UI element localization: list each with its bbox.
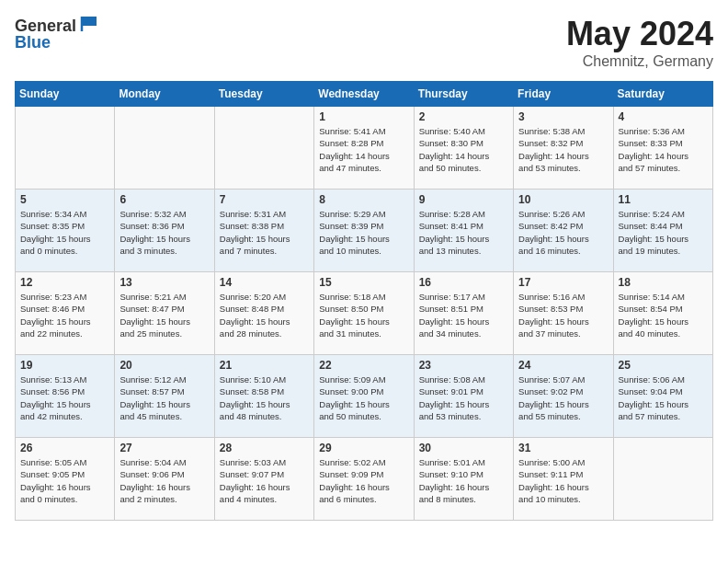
page-header: General Blue May 2024 Chemnitz, Germany	[15, 15, 713, 70]
calendar-week-row: 19Sunrise: 5:13 AM Sunset: 8:56 PM Dayli…	[16, 355, 713, 438]
day-number: 7	[220, 193, 309, 206]
calendar-cell	[16, 107, 115, 190]
calendar-cell: 18Sunrise: 5:14 AM Sunset: 8:54 PM Dayli…	[613, 272, 712, 355]
day-info: Sunrise: 5:17 AM Sunset: 8:51 PM Dayligh…	[419, 291, 508, 339]
calendar-cell: 7Sunrise: 5:31 AM Sunset: 8:38 PM Daylig…	[214, 190, 313, 272]
weekday-header-saturday: Saturday	[613, 82, 712, 107]
calendar-cell: 1Sunrise: 5:41 AM Sunset: 8:28 PM Daylig…	[314, 107, 414, 190]
weekday-header-monday: Monday	[115, 82, 214, 107]
day-info: Sunrise: 5:16 AM Sunset: 8:53 PM Dayligh…	[518, 291, 608, 339]
day-number: 22	[319, 359, 408, 372]
weekday-header-wednesday: Wednesday	[314, 82, 414, 107]
day-info: Sunrise: 5:04 AM Sunset: 9:06 PM Dayligh…	[119, 456, 209, 505]
day-info: Sunrise: 5:29 AM Sunset: 8:39 PM Dayligh…	[319, 208, 408, 257]
day-number: 5	[20, 193, 109, 206]
day-info: Sunrise: 5:01 AM Sunset: 9:10 PM Dayligh…	[419, 456, 508, 505]
calendar-cell: 5Sunrise: 5:34 AM Sunset: 8:35 PM Daylig…	[16, 190, 115, 272]
calendar-week-row: 1Sunrise: 5:41 AM Sunset: 8:28 PM Daylig…	[16, 107, 713, 190]
calendar-cell: 27Sunrise: 5:04 AM Sunset: 9:06 PM Dayli…	[115, 438, 214, 521]
day-info: Sunrise: 5:18 AM Sunset: 8:50 PM Dayligh…	[319, 291, 408, 339]
day-info: Sunrise: 5:13 AM Sunset: 8:56 PM Dayligh…	[20, 373, 109, 422]
calendar-cell: 4Sunrise: 5:36 AM Sunset: 8:33 PM Daylig…	[613, 107, 712, 190]
calendar-cell: 22Sunrise: 5:09 AM Sunset: 9:00 PM Dayli…	[314, 355, 414, 438]
calendar-cell	[613, 438, 712, 521]
day-info: Sunrise: 5:06 AM Sunset: 9:04 PM Dayligh…	[619, 373, 708, 422]
calendar-cell: 14Sunrise: 5:20 AM Sunset: 8:48 PM Dayli…	[214, 272, 313, 355]
day-info: Sunrise: 5:20 AM Sunset: 8:48 PM Dayligh…	[220, 291, 309, 339]
calendar-cell: 16Sunrise: 5:17 AM Sunset: 8:51 PM Dayli…	[414, 272, 513, 355]
weekday-header-tuesday: Tuesday	[214, 82, 313, 107]
day-info: Sunrise: 5:05 AM Sunset: 9:05 PM Dayligh…	[20, 456, 109, 505]
day-info: Sunrise: 5:00 AM Sunset: 9:11 PM Dayligh…	[518, 456, 608, 505]
day-info: Sunrise: 5:36 AM Sunset: 8:33 PM Dayligh…	[619, 125, 708, 174]
day-info: Sunrise: 5:14 AM Sunset: 8:54 PM Dayligh…	[619, 291, 708, 339]
day-number: 2	[419, 110, 508, 123]
day-info: Sunrise: 5:34 AM Sunset: 8:35 PM Dayligh…	[20, 208, 109, 257]
day-number: 18	[619, 276, 708, 289]
calendar-cell: 24Sunrise: 5:07 AM Sunset: 9:02 PM Dayli…	[514, 355, 613, 438]
calendar-cell: 8Sunrise: 5:29 AM Sunset: 8:39 PM Daylig…	[314, 190, 414, 272]
calendar-cell: 19Sunrise: 5:13 AM Sunset: 8:56 PM Dayli…	[16, 355, 115, 438]
day-info: Sunrise: 5:03 AM Sunset: 9:07 PM Dayligh…	[220, 456, 309, 505]
weekday-header-sunday: Sunday	[16, 82, 115, 107]
day-info: Sunrise: 5:40 AM Sunset: 8:30 PM Dayligh…	[419, 125, 508, 174]
day-info: Sunrise: 5:23 AM Sunset: 8:46 PM Dayligh…	[20, 291, 109, 339]
day-number: 30	[419, 442, 508, 454]
calendar-cell	[214, 107, 313, 190]
day-number: 6	[119, 193, 209, 206]
day-number: 21	[220, 359, 309, 372]
day-number: 23	[419, 359, 508, 372]
day-number: 29	[319, 442, 408, 454]
weekday-header-thursday: Thursday	[414, 82, 513, 107]
calendar-cell: 12Sunrise: 5:23 AM Sunset: 8:46 PM Dayli…	[16, 272, 115, 355]
day-number: 4	[619, 110, 708, 123]
day-info: Sunrise: 5:28 AM Sunset: 8:41 PM Dayligh…	[419, 208, 508, 257]
day-info: Sunrise: 5:26 AM Sunset: 8:42 PM Dayligh…	[518, 208, 608, 257]
calendar-cell: 2Sunrise: 5:40 AM Sunset: 8:30 PM Daylig…	[414, 107, 513, 190]
day-number: 28	[220, 442, 309, 454]
day-number: 1	[319, 110, 408, 123]
calendar-cell: 28Sunrise: 5:03 AM Sunset: 9:07 PM Dayli…	[214, 438, 313, 521]
logo-flag-icon	[78, 15, 98, 33]
calendar-week-row: 26Sunrise: 5:05 AM Sunset: 9:05 PM Dayli…	[16, 438, 713, 521]
calendar-title: May 2024	[566, 15, 713, 53]
day-number: 14	[220, 276, 309, 289]
calendar-cell: 11Sunrise: 5:24 AM Sunset: 8:44 PM Dayli…	[613, 190, 712, 272]
calendar-cell: 30Sunrise: 5:01 AM Sunset: 9:10 PM Dayli…	[414, 438, 513, 521]
calendar-cell: 31Sunrise: 5:00 AM Sunset: 9:11 PM Dayli…	[514, 438, 613, 521]
calendar-table: SundayMondayTuesdayWednesdayThursdayFrid…	[15, 81, 713, 521]
day-number: 17	[518, 276, 608, 289]
day-number: 20	[119, 359, 209, 372]
day-number: 27	[119, 442, 209, 454]
day-number: 10	[518, 193, 608, 206]
day-info: Sunrise: 5:10 AM Sunset: 8:58 PM Dayligh…	[220, 373, 309, 422]
day-number: 16	[419, 276, 508, 289]
calendar-cell: 17Sunrise: 5:16 AM Sunset: 8:53 PM Dayli…	[514, 272, 613, 355]
title-block: May 2024 Chemnitz, Germany	[566, 15, 713, 70]
day-number: 9	[419, 193, 508, 206]
weekday-header-friday: Friday	[514, 82, 613, 107]
day-info: Sunrise: 5:38 AM Sunset: 8:32 PM Dayligh…	[518, 125, 608, 174]
day-number: 31	[518, 442, 608, 454]
calendar-cell: 3Sunrise: 5:38 AM Sunset: 8:32 PM Daylig…	[514, 107, 613, 190]
day-number: 15	[319, 276, 408, 289]
day-number: 8	[319, 193, 408, 206]
calendar-cell: 25Sunrise: 5:06 AM Sunset: 9:04 PM Dayli…	[613, 355, 712, 438]
weekday-header-row: SundayMondayTuesdayWednesdayThursdayFrid…	[16, 82, 713, 107]
logo-text-blue: Blue	[15, 33, 51, 52]
calendar-cell: 6Sunrise: 5:32 AM Sunset: 8:36 PM Daylig…	[115, 190, 214, 272]
calendar-cell: 29Sunrise: 5:02 AM Sunset: 9:09 PM Dayli…	[314, 438, 414, 521]
calendar-week-row: 12Sunrise: 5:23 AM Sunset: 8:46 PM Dayli…	[16, 272, 713, 355]
day-info: Sunrise: 5:08 AM Sunset: 9:01 PM Dayligh…	[419, 373, 508, 422]
day-info: Sunrise: 5:32 AM Sunset: 8:36 PM Dayligh…	[119, 208, 209, 257]
calendar-cell	[115, 107, 214, 190]
day-number: 24	[518, 359, 608, 372]
calendar-cell: 26Sunrise: 5:05 AM Sunset: 9:05 PM Dayli…	[16, 438, 115, 521]
calendar-cell: 15Sunrise: 5:18 AM Sunset: 8:50 PM Dayli…	[314, 272, 414, 355]
day-number: 19	[20, 359, 109, 372]
day-info: Sunrise: 5:12 AM Sunset: 8:57 PM Dayligh…	[119, 373, 209, 422]
calendar-cell: 9Sunrise: 5:28 AM Sunset: 8:41 PM Daylig…	[414, 190, 513, 272]
day-info: Sunrise: 5:31 AM Sunset: 8:38 PM Dayligh…	[220, 208, 309, 257]
calendar-cell: 23Sunrise: 5:08 AM Sunset: 9:01 PM Dayli…	[414, 355, 513, 438]
day-info: Sunrise: 5:07 AM Sunset: 9:02 PM Dayligh…	[518, 373, 608, 422]
